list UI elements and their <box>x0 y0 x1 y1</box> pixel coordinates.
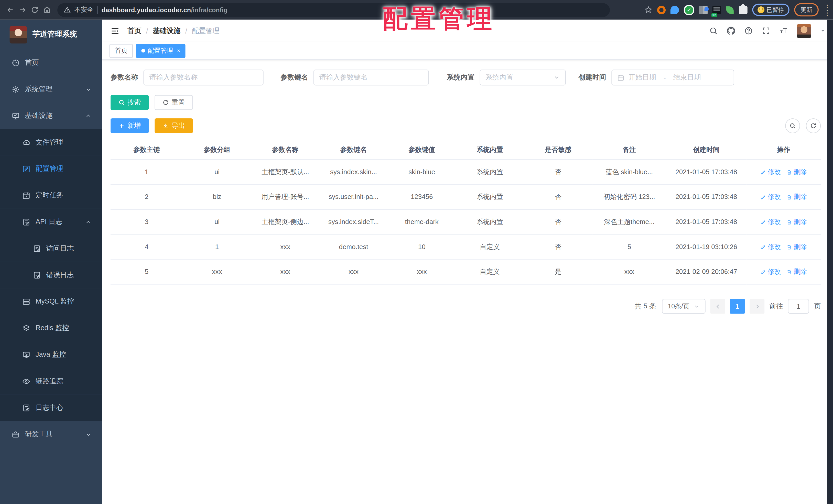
sidebar-item-redis-监控[interactable]: Redis 监控 <box>0 315 102 342</box>
search-icon <box>118 99 125 106</box>
sidebar-fold-icon[interactable] <box>110 26 120 36</box>
profile-paused-pill[interactable]: 已暂停 <box>752 4 789 16</box>
page-suffix: 页 <box>814 301 821 311</box>
browser-actions: ✓ on 已暂停 更新 ⋮⋮ <box>644 3 829 16</box>
cell-id: 1 <box>111 159 183 185</box>
reload-icon[interactable] <box>29 4 41 16</box>
page-1-button[interactable]: 1 <box>730 299 745 314</box>
schedule-icon <box>22 191 30 199</box>
next-page-button[interactable] <box>749 299 764 314</box>
plus-icon <box>118 123 125 129</box>
browser-update-button[interactable]: 更新 <box>794 3 818 16</box>
reset-button[interactable]: 重置 <box>154 95 193 110</box>
font-size-icon[interactable] <box>779 27 788 35</box>
column-header: 备注 <box>592 141 666 159</box>
page-size-select[interactable]: 10条/页 <box>662 299 706 314</box>
extensions-puzzle-icon[interactable] <box>739 6 747 14</box>
cell-actions: 修改删除 <box>746 184 821 209</box>
column-header: 参数键值 <box>388 141 456 159</box>
edit-link[interactable]: 修改 <box>760 193 781 201</box>
extension-icon-grid[interactable] <box>699 6 708 14</box>
app-logo: 芋道管理系统 <box>0 20 102 49</box>
total-count: 共 5 条 <box>635 301 656 311</box>
address-bar[interactable]: 不安全 dashboard.yudao.iocoder.cn/infra/con… <box>57 3 610 17</box>
cell-id: 4 <box>111 234 183 259</box>
builtin-select[interactable]: 系统内置 <box>480 70 566 85</box>
cell-name: 主框架页-默认... <box>251 159 319 185</box>
delete-link[interactable]: 删除 <box>786 168 807 176</box>
doc-log-icon <box>22 404 30 412</box>
url-path: /infra/config <box>191 6 228 14</box>
home-icon[interactable] <box>42 4 53 16</box>
sidebar-item-日志中心[interactable]: 日志中心 <box>0 394 102 421</box>
user-avatar[interactable] <box>797 24 811 38</box>
breadcrumb-infra[interactable]: 基础设施 <box>153 26 181 35</box>
header-actions <box>709 24 826 38</box>
column-header: 系统内置 <box>456 141 524 159</box>
refresh-button[interactable] <box>806 118 821 133</box>
sidebar-item-mysql-监控[interactable]: MySQL 监控 <box>0 288 102 315</box>
close-icon[interactable]: × <box>177 48 180 54</box>
toggle-search-button[interactable] <box>785 118 800 133</box>
edit-link[interactable]: 修改 <box>760 217 781 226</box>
delete-link[interactable]: 删除 <box>786 217 807 226</box>
param-key-input[interactable]: 请输入参数键名 <box>313 70 429 85</box>
table-tools <box>785 118 821 133</box>
sidebar-item-访问日志[interactable]: 访问日志 <box>0 235 102 262</box>
placeholder-text: 系统内置 <box>485 73 513 82</box>
chevron-down-icon[interactable] <box>820 28 826 33</box>
extension-icon-pin[interactable] <box>670 6 679 14</box>
delete-link[interactable]: 删除 <box>786 243 807 251</box>
cell-key: sys.user.init-pa... <box>319 184 388 209</box>
sidebar-item-label: Redis 监控 <box>35 323 69 333</box>
goto-page-input[interactable]: 1 <box>788 299 809 314</box>
help-icon[interactable] <box>744 27 753 35</box>
edit-link[interactable]: 修改 <box>760 267 781 276</box>
sidebar-item-错误日志[interactable]: 错误日志 <box>0 261 102 288</box>
edit-square-icon <box>22 165 30 173</box>
sidebar-item-api-日志[interactable]: API 日志 <box>0 209 102 235</box>
table-row: 2biz用户管理-账号...sys.user.init-pa...123456系… <box>111 184 821 209</box>
url-host: dashboard.yudao.iocoder.cn <box>101 6 191 14</box>
github-icon[interactable] <box>727 27 735 35</box>
browser-menu-icon[interactable]: ⋮⋮ <box>824 5 829 15</box>
edit-link[interactable]: 修改 <box>760 243 781 251</box>
sidebar-item-首页[interactable]: 首页 <box>0 49 102 76</box>
delete-link[interactable]: 删除 <box>786 193 807 201</box>
layers-icon <box>22 324 30 332</box>
chevron-left-icon <box>715 303 721 309</box>
scrollbar[interactable] <box>827 20 833 504</box>
chevron-down-icon <box>553 74 560 81</box>
column-header: 操作 <box>746 141 821 159</box>
extension-icon-bars[interactable]: on <box>712 6 721 14</box>
cell-builtin: 系统内置 <box>456 159 524 185</box>
search-icon[interactable] <box>709 27 718 35</box>
sidebar-item-链路追踪[interactable]: 链路追踪 <box>0 368 102 395</box>
sidebar-item-文件管理[interactable]: 文件管理 <box>0 129 102 155</box>
search-button[interactable]: 搜索 <box>111 95 149 110</box>
sidebar-item-基础设施[interactable]: 基础设施 <box>0 103 102 129</box>
date-range-picker[interactable]: 开始日期-结束日期 <box>611 70 734 85</box>
prev-page-button[interactable] <box>710 299 725 314</box>
cell-sensitive: 是 <box>524 259 592 284</box>
sidebar-item-系统管理[interactable]: 系统管理 <box>0 76 102 103</box>
export-button[interactable]: 导出 <box>154 118 193 133</box>
fullscreen-icon[interactable] <box>762 27 770 35</box>
star-icon[interactable] <box>644 6 652 14</box>
back-icon[interactable] <box>5 4 16 16</box>
delete-link[interactable]: 删除 <box>786 267 807 276</box>
edit-link[interactable]: 修改 <box>760 168 781 176</box>
extension-icon-check[interactable]: ✓ <box>684 5 694 15</box>
tag-home[interactable]: 首页 <box>110 44 133 57</box>
sidebar-item-研发工具[interactable]: 研发工具 <box>0 421 102 448</box>
tag-config[interactable]: 配置管理× <box>136 44 186 57</box>
sidebar-item-java-监控[interactable]: Java 监控 <box>0 342 102 368</box>
sidebar-item-定时任务[interactable]: 定时任务 <box>0 182 102 209</box>
breadcrumb-home[interactable]: 首页 <box>127 26 141 35</box>
add-button[interactable]: 新增 <box>111 118 149 133</box>
extension-icon-leaf[interactable] <box>726 6 734 14</box>
param-name-input[interactable]: 请输入参数名称 <box>143 70 263 85</box>
sidebar-item-配置管理[interactable]: 配置管理 <box>0 155 102 182</box>
forward-icon[interactable] <box>17 4 28 16</box>
extension-icon-ring[interactable] <box>657 6 666 14</box>
